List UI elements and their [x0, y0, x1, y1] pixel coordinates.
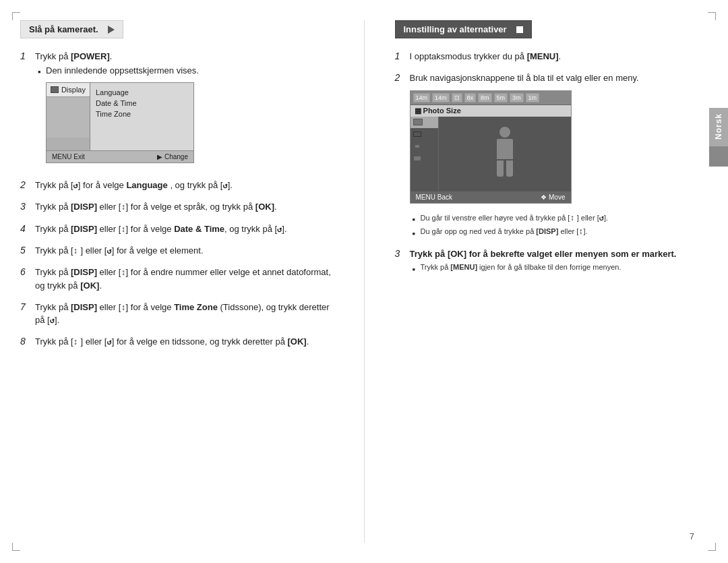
left-step-3: 3 Trykk på [DISP] eller [↕] for å velge …: [20, 201, 334, 216]
person-silhouette: [491, 127, 518, 181]
camera-sidebar-label: Display: [61, 86, 86, 94]
camera-footer: MENU Exit ▶ Change: [47, 150, 193, 162]
photo-icon-5: [413, 168, 421, 173]
camera-menu-items: Language Date & Time Time Zone: [90, 83, 193, 150]
right-step-1: 1 I opptaksmodus trykker du på [MENU].: [395, 51, 708, 65]
camera-sidebar: Display: [47, 83, 90, 150]
step-num-4: 4: [20, 223, 30, 234]
stop-icon: [516, 26, 523, 33]
right-step-3: 3 Trykk på [OK] for å bekrefte valget el…: [395, 248, 708, 277]
columns: Slå på kameraet. 1 Trykk på [POWER]. ▪ D…: [20, 20, 708, 543]
column-divider: [364, 20, 365, 543]
step-content-2: Trykk på [↺] for å velge Language , og t…: [35, 179, 334, 194]
camera-sidebar-display: Display: [47, 83, 90, 97]
person-body: [497, 139, 513, 159]
right-step-3-bullet: ▪ Trykk på [MENU] igjen for å gå tilbake…: [413, 263, 708, 274]
left-step-7: 7 Trykk på [DISP] eller [↕] for å velge …: [20, 301, 334, 330]
step-num-6: 6: [20, 266, 30, 277]
left-step-8: 8 Trykk på [↕ ] eller [↺] for å velge en…: [20, 336, 334, 351]
photo-left-item-2: [411, 129, 438, 141]
corner-tr: [708, 12, 716, 20]
left-step-6: 6 Trykk på [DISP] eller [↕] for å endre …: [20, 266, 334, 294]
photo-ui-footer: MENU Back ❖ Move: [411, 191, 571, 203]
right-step-content-2: Bruk navigasjonsknappene til å bla til e…: [410, 72, 708, 241]
step-1-main: Trykk på [POWER].: [35, 51, 334, 63]
left-section-header: Slå på kameraet.: [20, 20, 334, 38]
photo-icon-6: [413, 180, 421, 185]
person-head: [499, 127, 510, 138]
step-4-main: Trykk på [DISP] eller [↕] for å velge Da…: [35, 223, 334, 236]
step-2-main: Trykk på [↺] for å velge Language , og t…: [35, 179, 334, 192]
right-column: Innstilling av alternativer 1 I opptaksm…: [388, 20, 708, 543]
right-step-content-1: I opptaksmodus trykker du på [MENU].: [410, 51, 708, 65]
right-step-2-main: Bruk navigasjonsknappene til å bla til e…: [410, 72, 708, 85]
step-num-1: 1: [20, 51, 30, 61]
right-step-2: 2 Bruk navigasjonsknappene til å bla til…: [395, 72, 708, 241]
page: Slå på kameraet. 1 Trykk på [POWER]. ▪ D…: [20, 20, 708, 543]
size-badge-14m-2: 14m: [432, 93, 450, 102]
side-tab-stripe: [709, 146, 728, 167]
size-badge-14m-1: 14m: [413, 93, 431, 102]
photo-left-item-4: [411, 153, 438, 165]
size-badge-3m: 3m: [510, 93, 524, 102]
left-column: Slå på kameraet. 1 Trykk på [POWER]. ▪ D…: [20, 20, 340, 543]
photo-ui-right: [439, 117, 571, 191]
photo-footer-right: ❖ Move: [541, 194, 565, 201]
photo-left-item-3: [411, 141, 438, 153]
right-step-num-3: 3: [395, 248, 404, 259]
photo-icon-2: [413, 131, 421, 137]
photo-ui-left: [411, 117, 439, 191]
right-bullet-2-text: Du går opp og ned ved å trykke på [DISP]…: [421, 227, 588, 239]
left-header-title: Slå på kameraet.: [29, 24, 98, 34]
bullet-dot-r1: ▪: [413, 214, 418, 225]
step-num-5: 5: [20, 245, 30, 256]
photo-size-icon: ▦: [415, 107, 421, 115]
corner-bl: [12, 543, 20, 551]
right-step-2-bullet-2: ▪ Du går opp og ned ved å trykke på [DIS…: [413, 227, 708, 239]
left-header-box: Slå på kameraet.: [20, 20, 123, 38]
step-5-main: Trykk på [↕ ] eller [↺] for å velge et e…: [35, 245, 334, 258]
left-step-1: 1 Trykk på [POWER]. ▪ Den innledende opp…: [20, 51, 334, 173]
step-num-2: 2: [20, 179, 30, 190]
right-step-num-2: 2: [395, 72, 404, 83]
camera-menu-spacer: [96, 119, 188, 146]
camera-footer-left: MENU Exit: [52, 153, 85, 160]
step-content-5: Trykk på [↕ ] eller [↺] for å velge et e…: [35, 245, 334, 260]
right-step-2-bullet-1: ▪ Du går til venstre eller høyre ved å t…: [413, 213, 708, 225]
corner-br: [708, 543, 716, 551]
right-step-1-main: I opptaksmodus trykker du på [MENU].: [410, 51, 708, 63]
size-badge-5m: 5m: [494, 93, 508, 102]
size-badge-8m: 8m: [478, 93, 492, 102]
right-section-header: Innstilling av alternativer: [395, 20, 708, 38]
photo-left-item-5: [411, 165, 438, 177]
camera-menu-timezone: Time Zone: [96, 109, 188, 119]
right-step-num-1: 1: [395, 51, 404, 61]
right-step-3-main: Trykk på [OK] for å bekrefte valget elle…: [410, 248, 708, 261]
photo-footer-left: MENU Back: [416, 194, 452, 201]
size-badge-8x: 8x: [464, 93, 477, 102]
step-6-main: Trykk på [DISP] eller [↕] for å endre nu…: [35, 266, 334, 292]
step-content-3: Trykk på [DISP] eller [↕] for å velge et…: [35, 201, 334, 216]
corner-tl: [12, 12, 20, 20]
step-8-main: Trykk på [↕ ] eller [↺] for å velge en t…: [35, 336, 334, 349]
step-7-main: Trykk på [DISP] eller [↕] for å velge Ti…: [35, 301, 334, 328]
side-tab-label: Norsk: [711, 108, 726, 145]
person-legs: [491, 160, 518, 177]
step-num-3: 3: [20, 201, 30, 212]
step-content-6: Trykk på [DISP] eller [↕] for å endre nu…: [35, 266, 334, 294]
right-bullet-3-text: Trykk på [MENU] igjen for å gå tilbake t…: [421, 263, 621, 274]
step-content-8: Trykk på [↕ ] eller [↺] for å velge en t…: [35, 336, 334, 351]
size-badge-grid: ⊡: [452, 93, 462, 102]
camera-sidebar-filler: [47, 97, 90, 138]
side-tab: Norsk: [709, 108, 728, 167]
bullet-dot: ▪: [38, 67, 43, 77]
photo-left-item-1: [411, 117, 438, 129]
camera-menu-datetime: Date & Time: [96, 98, 188, 109]
bullet-dot-r3: ▪: [413, 264, 418, 274]
bullet-dot-r2: ▪: [413, 229, 418, 239]
step-3-main: Trykk på [DISP] eller [↕] for å velge et…: [35, 201, 334, 214]
right-bullet-1-text: Du går til venstre eller høyre ved å try…: [421, 213, 609, 225]
step-1-bullet-text: Den innledende oppsettskjermen vises.: [46, 65, 199, 77]
camera-ui: Display Language Date & Time Time Zone: [46, 82, 194, 163]
person-leg-left: [497, 160, 504, 177]
